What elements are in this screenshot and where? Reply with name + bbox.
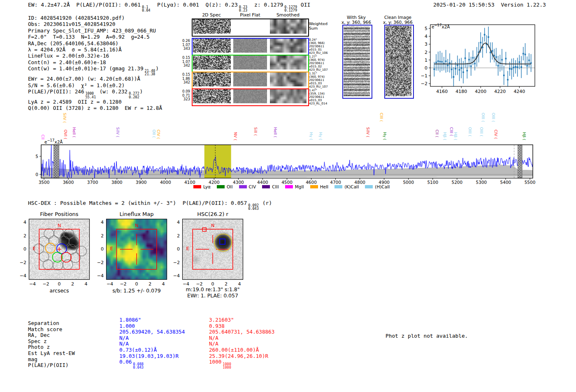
info-line-10: S/N = 5.6(±0.6) χ² = 1.0(±0.2)	[28, 82, 162, 88]
superscript: −17	[434, 23, 441, 27]
hsc-ytick-4: 4	[172, 220, 180, 225]
photz-note: Phot z plot not available.	[386, 333, 468, 339]
errorbar-points	[434, 27, 532, 86]
emission-line-label-0: CII	[41, 135, 45, 139]
lineflux-ytick-1: −2	[96, 260, 104, 265]
smoothed-img-2	[270, 56, 307, 70]
info-line-5: λ = 4204.92Å σ = 5.84(±1.16)Å	[28, 46, 162, 53]
twod-spec-img-2	[193, 56, 231, 70]
data-point	[492, 50, 493, 52]
data-point	[523, 53, 524, 55]
data-point	[525, 54, 526, 56]
twod-col-header-1: Pixel Flat	[232, 12, 269, 18]
emission-line-label-23: CIV (	[494, 130, 498, 139]
data-point	[519, 61, 520, 63]
emission-line-label-1: SiIV (	[63, 113, 67, 123]
twod-spec-img-3	[193, 72, 231, 86]
sup-sub-uncertainty: 10001000	[223, 362, 231, 369]
data-point	[488, 36, 489, 38]
twod-spec-img-4	[193, 89, 231, 103]
fullspec-ylabel: e−17x2Å	[44, 138, 63, 144]
match-table-labels: SeparationMatch scoreRA, DecSpec zPhoto …	[28, 320, 75, 369]
emission-line-label-8: SiII (	[253, 127, 258, 136]
text-segment: LineFlux = 2.00(±0.32)e-16	[28, 53, 109, 59]
data-point	[457, 65, 458, 66]
superscript: −17	[47, 138, 54, 142]
emission-line-label-14: Hγ (	[383, 132, 387, 140]
text-segment: λ = 4204.92Å σ = 5.84(±1.16)Å	[28, 46, 121, 53]
sup-sub-uncertainty: 0.2720.202	[129, 92, 139, 98]
pixel-flat-img-1	[233, 39, 267, 53]
emission-line-label-12: SiIV (	[366, 127, 370, 137]
match-column-1: 3.21603"0.938205.640731, 54.638863N/AN/A…	[209, 317, 274, 365]
detection-highlight-band	[204, 145, 231, 178]
text-segment: x2Å	[441, 24, 450, 29]
spacer	[495, 2, 501, 8]
x-tick-label: 5400	[500, 180, 511, 185]
twod-row-left-labels-2: 0.151.07342	[180, 56, 190, 68]
legend-label-0: Lyα	[203, 184, 211, 189]
data-point	[511, 68, 513, 70]
lineflux-xtick-1: −2	[118, 281, 129, 287]
x-tick-label: 3900	[136, 180, 147, 185]
clean-img	[386, 26, 411, 96]
summary-header: EW: 4.2±47.2Å P(LAE)/P(OII): 0.0610.10.0…	[28, 2, 310, 12]
info-line-9: EWr = 24.00(±7.00) (w: 4.20(±0.68))Å	[28, 76, 162, 82]
data-point	[480, 42, 482, 44]
fiber-xtick-3: 2	[67, 281, 79, 287]
legend-item-3: CIII	[262, 184, 279, 189]
y-tick-label: 4	[425, 34, 427, 39]
version: Version 1.22.3	[501, 2, 546, 8]
text-segment: Cont(n) = 2.40(±0.60)e-18	[28, 59, 106, 65]
text-segment: )	[156, 65, 159, 72]
fiber-ytick-0: −4	[19, 273, 26, 278]
lineflux-xtick-4: 4	[158, 281, 169, 287]
legend-swatch-7	[365, 185, 373, 188]
fullspec-svg: 3500360037003800390040004100420043004400…	[37, 136, 539, 189]
legend-swatch-4	[285, 185, 293, 188]
text-segment: Primary Spec_Slot_IFU_AMP: 423_089_066_R…	[28, 28, 156, 34]
fiber-ytick-4: 4	[19, 220, 26, 225]
match-value-1-4: N/A	[209, 341, 274, 347]
match-value-1-7: 100010001000	[209, 359, 274, 365]
fiber-circle-gray-14	[63, 260, 73, 269]
emission-line-label-6: CIV (	[156, 130, 161, 139]
emission-line-label-11: Hγ (	[318, 132, 323, 140]
match-column-0: 1.8086"1.000205.639420, 54.638354N/AN/A0…	[119, 317, 185, 365]
hsc-dex-header: HSC-DEX : Possible Matches = 2 (within +…	[28, 200, 272, 210]
y-tick-label: 2	[425, 50, 427, 55]
y-tick-label: 0	[425, 65, 427, 71]
smoothed-img-3	[270, 72, 307, 86]
match-value-0-1: 1.000	[119, 323, 185, 329]
elixer-report-page: EW: 4.2±47.2Å P(LAE)/P(OII): 0.0610.10.0…	[0, 0, 576, 392]
sky-panel-coords-1: x, y: 360, 966	[373, 20, 423, 25]
legend-label-3: CIII	[272, 184, 279, 189]
timestamp-version: 2025-01-20 15:50:53 Version 1.22.3	[433, 2, 546, 8]
y-tick-label: 0	[35, 172, 38, 177]
y-tick-label: 5	[425, 26, 427, 31]
lineflux-ytick-2: 0	[96, 246, 104, 252]
info-line-12: LyA z = 2.4589 OII z = 0.1280	[28, 99, 162, 105]
x-tick-label: 5000	[403, 180, 414, 185]
emission-line-label-16: Hβ (	[443, 132, 447, 140]
legend-label-6: (K)CaII	[344, 184, 359, 189]
text-segment: 19.03(19.03,19.03)R	[119, 353, 179, 359]
legend-label-5: HeII	[320, 184, 329, 189]
y-tick-label: 1	[425, 58, 427, 63]
emission-line-label-15: CII (	[435, 130, 439, 137]
data-point	[451, 69, 453, 70]
right-label: 423_RL_014	[309, 102, 327, 105]
smoothed-img-0	[270, 19, 307, 34]
text-segment: 25.39(24.96,26.10)R	[209, 353, 268, 359]
info-line-4: RA,Dec (205.640106,54.638046)	[28, 40, 162, 46]
info-line-3: F=2.0" T=0.133 N=1.29 A=0.92 g=24.5	[28, 34, 162, 40]
hsc-caption-1: m:19.0 re:1.3" s:1.8"	[170, 286, 255, 292]
data-point	[434, 68, 435, 70]
text-segment: Q(0.00) OII (3728) z = 0.1280 EW r = 12.…	[28, 105, 162, 111]
legend-item-5: HeII	[310, 184, 329, 189]
legend-swatch-3	[262, 185, 270, 188]
fiber-circle-gray-9	[77, 246, 86, 256]
lineflux-overlay: NE	[106, 219, 167, 280]
fiber-xtick-2: 0	[53, 281, 65, 287]
legend-label-2: CIV	[249, 184, 256, 189]
